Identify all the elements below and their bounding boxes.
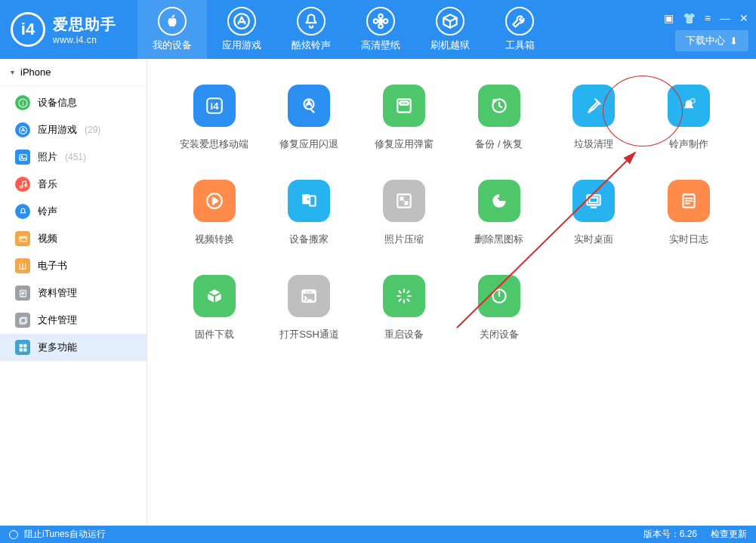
tool-pac[interactable]: 删除黑图标: [453, 180, 545, 246]
tool-compress[interactable]: 照片压缩: [358, 180, 450, 246]
skin-icon[interactable]: 👕: [683, 12, 696, 24]
check-update-link[interactable]: 检查更新: [711, 528, 747, 541]
svg-text:i4: i4: [210, 100, 219, 112]
sidebar-device-header[interactable]: ▾ iPhone: [0, 59, 147, 86]
tool-power[interactable]: 关闭设备: [453, 275, 545, 341]
tool-label: 实时日志: [669, 233, 708, 246]
sidebar-item-appstore[interactable]: 应用游戏(29): [0, 116, 147, 143]
status-ring-icon: [9, 530, 18, 539]
nav-label: 酷炫铃声: [292, 39, 331, 52]
sidebar: ▾ iPhone 设备信息应用游戏(29)照片(451)音乐铃声视频电子书资料管…: [0, 59, 147, 526]
tool-restore[interactable]: 备份 / 恢复: [453, 85, 545, 151]
tool-broom[interactable]: 垃圾清理: [548, 85, 640, 151]
nav-bell[interactable]: 酷炫铃声: [276, 0, 346, 59]
itunes-block-toggle[interactable]: 阻止iTunes自动运行: [24, 528, 106, 541]
tool-label: 设备搬家: [289, 233, 329, 246]
loading-icon: [383, 275, 425, 317]
tool-label: 删除黑图标: [474, 233, 523, 246]
minimize-icon[interactable]: —: [720, 12, 730, 24]
ssh-icon: SSH: [288, 275, 330, 317]
svg-point-5: [384, 19, 387, 23]
logo-icon: i4: [11, 12, 45, 47]
tool-label: 备份 / 恢复: [475, 137, 523, 151]
app-url: www.i4.cn: [53, 35, 116, 45]
download-center-button[interactable]: 下载中心 ⬇: [675, 30, 748, 51]
info-icon: [15, 95, 30, 110]
tool-bellplus[interactable]: 铃声制作: [643, 85, 735, 151]
svg-rect-19: [23, 348, 26, 350]
sidebar-item-music[interactable]: 音乐: [0, 171, 147, 198]
tool-appfix[interactable]: 修复应用闪退: [264, 85, 356, 151]
restore-icon: [478, 85, 520, 127]
window-controls: ▣ 👕 ≡ — ✕: [664, 12, 748, 24]
sidebar-item-files[interactable]: 文件管理: [0, 307, 147, 334]
download-icon: ⬇: [730, 35, 738, 47]
svg-text:SSH: SSH: [306, 290, 313, 294]
nav-wrench[interactable]: 工具箱: [485, 0, 554, 59]
logo: i4 爱思助手 www.i4.cn: [0, 12, 130, 47]
nav-box[interactable]: 刷机越狱: [415, 0, 485, 59]
download-center-label: 下载中心: [686, 34, 725, 48]
svg-point-2: [378, 14, 382, 18]
grid-icon: [15, 340, 30, 355]
music-icon: [15, 177, 30, 192]
bell-icon: [15, 204, 30, 219]
play-icon: [193, 180, 236, 222]
files-icon: [15, 313, 30, 328]
video-icon: [15, 231, 30, 246]
tool-i4[interactable]: i4安装爱思移动端: [168, 85, 261, 151]
tool-cube[interactable]: 固件下载: [168, 275, 261, 341]
tool-log[interactable]: 实时日志: [643, 180, 735, 246]
nav-label: 刷机越狱: [430, 39, 470, 52]
screen-icon: [572, 180, 615, 222]
tool-label: 修复应用闪退: [279, 137, 338, 151]
main-content: i4安装爱思移动端修复应用闪退Apple ID修复应用弹窗备份 / 恢复垃圾清理…: [147, 59, 756, 526]
tool-label: 安装爱思移动端: [180, 137, 248, 151]
sidebar-item-count: (451): [65, 152, 86, 162]
sidebar-item-info[interactable]: 设备信息: [0, 89, 147, 116]
nav-label: 我的设备: [153, 39, 192, 52]
tool-ssh[interactable]: SSH打开SSH通道: [264, 275, 356, 341]
tool-screen[interactable]: 实时桌面: [548, 180, 640, 246]
sidebar-item-count: (29): [85, 125, 100, 135]
nav-appstore[interactable]: 应用游戏: [207, 0, 276, 59]
tool-label: 铃声制作: [669, 137, 708, 151]
bellplus-icon: [668, 85, 710, 127]
sidebar-item-label: 铃声: [38, 205, 57, 218]
sidebar-item-label: 视频: [38, 232, 57, 245]
close-icon[interactable]: ✕: [739, 12, 748, 24]
nav-apple[interactable]: 我的设备: [137, 0, 207, 59]
sidebar-item-label: 照片: [38, 150, 57, 164]
sidebar-item-label: 更多功能: [38, 341, 77, 354]
sidebar-item-video[interactable]: 视频: [0, 225, 147, 252]
sidebar-device-name: iPhone: [20, 66, 51, 78]
appstore-icon: [15, 122, 30, 137]
sidebar-item-photo[interactable]: 照片(451): [0, 143, 147, 171]
i4-icon: i4: [193, 85, 236, 127]
apple-icon: [158, 7, 187, 35]
nav-flower[interactable]: 高清壁纸: [346, 0, 415, 59]
svg-rect-16: [20, 344, 22, 347]
feedback-icon[interactable]: ▣: [664, 12, 674, 24]
tool-appleid[interactable]: Apple ID修复应用弹窗: [358, 85, 450, 151]
sidebar-item-label: 电子书: [38, 259, 67, 273]
version-info: 版本号：6.26: [643, 528, 697, 541]
appleid-icon: Apple ID: [383, 85, 425, 127]
sidebar-item-label: 资料管理: [38, 286, 77, 300]
svg-text:Apple ID: Apple ID: [399, 102, 410, 105]
sidebar-item-doc[interactable]: 资料管理: [0, 279, 147, 307]
compress-icon: [383, 180, 425, 222]
appstore-icon: [227, 7, 256, 35]
svg-point-32: [497, 197, 499, 199]
pac-icon: [478, 180, 520, 222]
menu-icon[interactable]: ≡: [705, 12, 711, 24]
tool-move[interactable]: 设备搬家: [264, 180, 356, 246]
tool-play[interactable]: 视频转换: [168, 180, 261, 246]
sidebar-item-grid[interactable]: 更多功能: [0, 334, 147, 361]
sidebar-item-bell[interactable]: 铃声: [0, 198, 147, 225]
tool-label: 实时桌面: [574, 233, 613, 246]
sidebar-item-book[interactable]: 电子书: [0, 252, 147, 279]
bell-icon: [297, 7, 326, 35]
tool-loading[interactable]: 重启设备: [358, 275, 450, 341]
wrench-icon: [505, 7, 534, 35]
